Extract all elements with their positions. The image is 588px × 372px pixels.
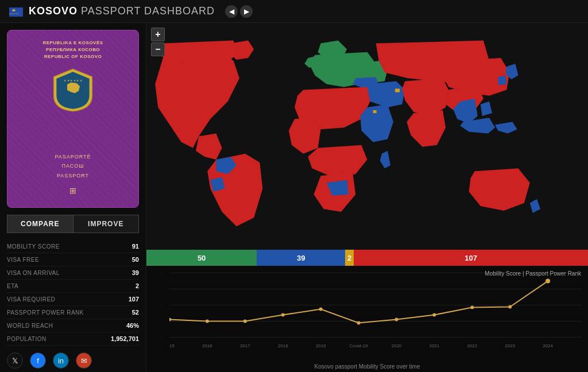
world-map [146, 23, 588, 250]
linkedin-icon[interactable]: in [53, 352, 69, 369]
social-icons: 𝕏 f in ✉ [0, 348, 146, 372]
chart-title: Mobility Score | Passport Power Rank [485, 270, 581, 277]
stat-value: 2 [136, 282, 139, 289]
svg-text:2017: 2017 [240, 343, 250, 348]
svg-point-38 [546, 279, 550, 284]
svg-text:2020: 2020 [392, 343, 402, 348]
stat-label: ETA [7, 283, 18, 289]
score-segment: 2 [345, 250, 354, 266]
stat-row: VISA FREE 50 [7, 253, 139, 266]
biometric-icon: ⊞ [55, 184, 91, 198]
chart-subtitle: Kosovo passport Mobility Score over time [315, 363, 420, 370]
svg-point-32 [319, 308, 323, 311]
stat-label: VISA ON ARRIVAL [7, 270, 60, 276]
stat-label: VISA REQUIRED [7, 296, 55, 303]
score-bar: 50392107 [146, 250, 588, 266]
svg-point-37 [508, 305, 512, 309]
svg-text:2019: 2019 [316, 343, 326, 348]
stat-label: PASSPORT POWER RANK [7, 309, 84, 316]
stat-value: 1,952,701 [111, 335, 139, 342]
email-icon[interactable]: ✉ [76, 352, 92, 369]
stat-value: 46% [126, 322, 139, 329]
stat-row: VISA ON ARRIVAL 39 [7, 266, 139, 280]
score-segment: 50 [146, 250, 257, 266]
stat-label: POPULATION [7, 336, 47, 342]
svg-point-29 [206, 319, 209, 323]
svg-text:Covid-19: Covid-19 [350, 343, 368, 348]
nav-next[interactable]: ▶ [240, 5, 253, 18]
right-panel: + − [146, 23, 588, 372]
compare-button[interactable]: COMPARE [7, 215, 73, 233]
score-segment: 39 [257, 250, 345, 266]
nav-prev[interactable]: ◀ [225, 5, 238, 18]
map-area: + − [146, 23, 588, 250]
svg-point-28 [169, 317, 171, 321]
facebook-icon[interactable]: f [30, 352, 46, 369]
stat-row: MOBILITY SCORE 91 [7, 240, 139, 253]
svg-rect-5 [373, 110, 377, 113]
left-panel: REPUBLIKA E KOSOVËS РЕПУБЛИКА КОСОВО REP… [0, 23, 146, 372]
svg-point-36 [470, 306, 474, 309]
map-controls: + − [151, 28, 165, 56]
svg-rect-0 [9, 7, 23, 17]
stat-value: 50 [132, 256, 139, 263]
passport-bottom-text: PASAPORTË ПАСОШ PASSPORT ⊞ [55, 152, 91, 198]
svg-text:★ ★ ★ ★ ★ ★: ★ ★ ★ ★ ★ ★ [64, 79, 82, 82]
svg-text:2015: 2015 [169, 343, 175, 348]
mobility-chart: 100 80 60 40 20 0 2015 2016 2017 2018 20… [169, 272, 582, 355]
svg-text:2023: 2023 [505, 343, 515, 348]
score-segment: 107 [354, 250, 588, 266]
passport-emblem: ★ ★ ★ ★ ★ ★ [50, 67, 96, 113]
stat-row: VISA REQUIRED 107 [7, 293, 139, 306]
republic-text: REPUBLIKA E KOSOVËS РЕПУБЛИКА КОСОВО REP… [42, 40, 103, 60]
stat-row: ETA 2 [7, 280, 139, 293]
chart-area: Mobility Score | Passport Power Rank 100… [146, 266, 588, 372]
stat-value: 52 [132, 309, 139, 316]
svg-rect-4 [395, 89, 400, 92]
improve-button[interactable]: IMPROVE [73, 215, 140, 233]
svg-text:2021: 2021 [429, 343, 439, 348]
svg-point-35 [432, 313, 436, 317]
stat-label: MOBILITY SCORE [7, 243, 60, 250]
main-layout: REPUBLIKA E KOSOVËS РЕПУБЛИКА КОСОВО REP… [0, 23, 588, 372]
stat-value: 107 [129, 296, 139, 303]
nav-arrows: ◀ ▶ [225, 5, 253, 18]
svg-text:★★★★★★: ★★★★★★ [9, 13, 19, 15]
stat-row: PASSPORT POWER RANK 52 [7, 306, 139, 319]
svg-text:2016: 2016 [202, 343, 212, 348]
stat-value: 91 [132, 243, 139, 250]
svg-point-30 [243, 319, 247, 323]
action-buttons: COMPARE IMPROVE [7, 215, 139, 233]
passport-visual: REPUBLIKA E KOSOVËS РЕПУБЛИКА КОСОВО REP… [7, 30, 139, 208]
x-social-icon[interactable]: 𝕏 [7, 352, 23, 369]
kosovo-flag: ★★★★★★ [9, 7, 23, 16]
stat-row: POPULATION 1,952,701 [7, 332, 139, 346]
zoom-in-button[interactable]: + [151, 28, 165, 41]
svg-point-31 [281, 313, 285, 317]
stat-row: WORLD REACH 46% [7, 319, 139, 332]
stat-value: 39 [132, 269, 139, 276]
header: ★★★★★★ KOSOVO PASSPORT DASHBOARD ◀ ▶ [0, 0, 588, 23]
svg-text:2018: 2018 [278, 343, 288, 348]
stat-label: VISA FREE [7, 257, 39, 263]
svg-text:2024: 2024 [543, 343, 553, 348]
dashboard-title: KOSOVO PASSPORT DASHBOARD [29, 5, 215, 17]
svg-point-34 [394, 317, 398, 321]
svg-text:2022: 2022 [467, 343, 477, 348]
svg-point-33 [357, 321, 361, 324]
stat-label: WORLD REACH [7, 323, 53, 329]
zoom-out-button[interactable]: − [151, 42, 165, 56]
stats-list: MOBILITY SCORE 91 VISA FREE 50 VISA ON A… [0, 238, 146, 348]
